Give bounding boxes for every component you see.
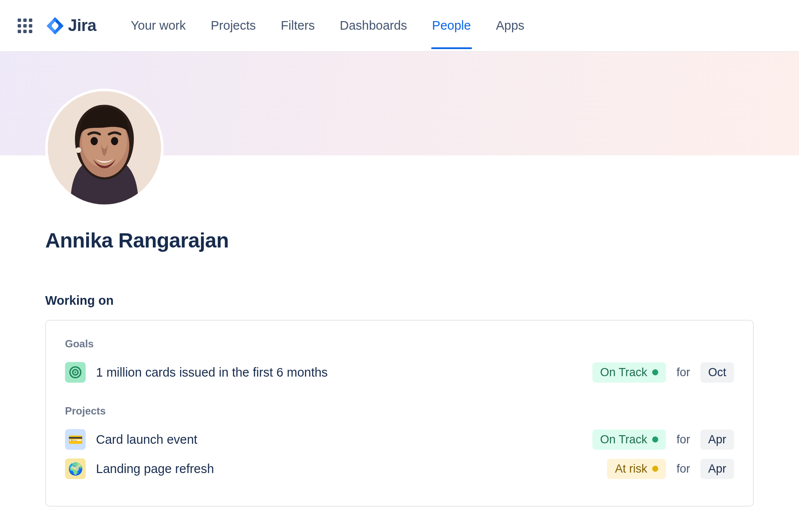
nav-dashboards[interactable]: Dashboards bbox=[340, 2, 407, 49]
nav-filters[interactable]: Filters bbox=[281, 2, 315, 49]
status-dot-icon bbox=[652, 369, 658, 375]
status-dot-icon bbox=[652, 436, 658, 442]
project-title: Landing page refresh bbox=[96, 462, 597, 476]
status-badge: On Track bbox=[592, 362, 666, 383]
working-on-heading: Working on bbox=[45, 294, 754, 308]
globe-icon: 🌍 bbox=[65, 458, 86, 479]
top-nav: Jira Your work Projects Filters Dashboar… bbox=[0, 0, 799, 52]
status-text: On Track bbox=[600, 433, 647, 446]
nav-projects[interactable]: Projects bbox=[211, 2, 256, 49]
date-pill: Apr bbox=[700, 459, 734, 479]
project-row[interactable]: 💳 Card launch event On Track for Apr bbox=[65, 425, 734, 454]
goals-label: Goals bbox=[65, 338, 734, 350]
jira-logo-text: Jira bbox=[68, 16, 96, 35]
date-pill: Apr bbox=[700, 430, 734, 450]
nav-people[interactable]: People bbox=[432, 2, 471, 49]
svg-point-3 bbox=[90, 137, 98, 145]
svg-point-8 bbox=[74, 371, 76, 373]
svg-point-5 bbox=[75, 147, 81, 153]
working-on-card: Goals 1 million cards issued in the firs… bbox=[45, 320, 754, 507]
goal-title: 1 million cards issued in the first 6 mo… bbox=[96, 365, 582, 380]
project-row[interactable]: 🌍 Landing page refresh At risk for Apr bbox=[65, 454, 734, 483]
projects-label: Projects bbox=[65, 405, 734, 417]
nav-links: Your work Projects Filters Dashboards Pe… bbox=[131, 2, 524, 49]
app-switcher-icon[interactable] bbox=[17, 18, 33, 34]
for-label: for bbox=[676, 433, 690, 446]
goal-row[interactable]: 1 million cards issued in the first 6 mo… bbox=[65, 358, 734, 387]
svg-point-4 bbox=[111, 137, 118, 145]
for-label: for bbox=[676, 366, 690, 379]
status-text: At risk bbox=[615, 462, 647, 476]
avatar[interactable] bbox=[45, 89, 164, 207]
status-badge: On Track bbox=[592, 430, 666, 450]
nav-apps[interactable]: Apps bbox=[496, 2, 524, 49]
target-icon bbox=[65, 362, 86, 383]
for-label: for bbox=[676, 462, 690, 476]
project-title: Card launch event bbox=[96, 433, 582, 447]
nav-your-work[interactable]: Your work bbox=[131, 2, 186, 49]
status-dot-icon bbox=[652, 466, 658, 472]
jira-logo-icon bbox=[46, 17, 64, 34]
credit-card-icon: 💳 bbox=[65, 429, 86, 450]
status-badge: At risk bbox=[607, 459, 666, 479]
date-pill: Oct bbox=[700, 362, 734, 383]
status-text: On Track bbox=[600, 366, 647, 379]
jira-logo[interactable]: Jira bbox=[46, 16, 96, 35]
